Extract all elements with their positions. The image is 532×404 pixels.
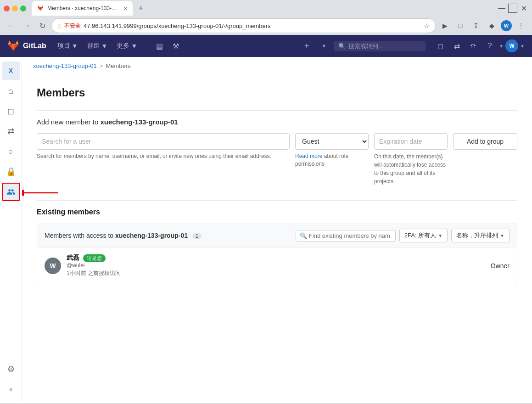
gitlab-tab-icon [37, 5, 44, 11]
menu-dots-icon[interactable]: ⋮ [515, 19, 527, 32]
sidebar-item-settings[interactable]: ⚙ [2, 360, 20, 378]
members-group-name: xuecheng-133-group-01 [115, 232, 188, 239]
sidebar-item-issues[interactable]: ○ [2, 142, 20, 161]
member-avatar: W [45, 258, 61, 274]
topnav-avatar-dropdown[interactable]: ▼ [520, 44, 525, 49]
minimize-btn[interactable] [12, 6, 18, 11]
user-search-input[interactable] [37, 133, 290, 150]
breadcrumb-group-link[interactable]: xuecheng-133-group-01 [33, 62, 97, 69]
expiry-column: On this date, the member(s) will automat… [374, 133, 448, 185]
2fa-dropdown-arrow: ▼ [438, 233, 442, 238]
sidebar-item-home[interactable]: ⌂ [2, 82, 20, 100]
forward-button[interactable]: → [20, 19, 33, 32]
active-tab[interactable]: Members · xuecheng-133-gro... ✕ [32, 1, 133, 16]
2fa-filter-label: 2FA: 所有人 [404, 231, 436, 240]
topnav-groups[interactable]: 群组 ▼ [84, 39, 112, 53]
topnav-activity-icon[interactable]: ⛭ [466, 39, 481, 53]
members-search-icon: 🔍 [300, 232, 307, 239]
search-help-text: Search for members by name, username, or… [37, 152, 290, 160]
add-member-group-name: xuecheng-133-group-01 [100, 118, 178, 126]
sidebar-item-members[interactable] [2, 183, 20, 201]
sidebar-item-merge[interactable]: ⇄ [2, 122, 20, 140]
existing-section-divider [37, 200, 517, 201]
cast-icon[interactable]: □ [454, 19, 467, 32]
tab-label: Members · xuecheng-133-gro... [47, 5, 120, 11]
close-window-btn[interactable]: ✕ [519, 4, 528, 13]
members-search-input[interactable] [309, 232, 392, 239]
breadcrumb-current: Members [106, 62, 130, 69]
sidebar-item-x[interactable]: X [2, 62, 20, 80]
existing-members-title: Existing members [37, 208, 517, 216]
sort-label: 名称，升序排列 [456, 231, 498, 240]
breadcrumb-separator: > [100, 62, 103, 69]
member-meta: 1小时前 之前授权访问 [67, 269, 491, 277]
section-divider [37, 110, 517, 111]
sidebar-collapse-btn[interactable]: « [2, 380, 20, 398]
download-icon[interactable]: ↧ [470, 19, 482, 32]
puzzle-icon[interactable]: ◆ [485, 19, 498, 32]
minimize-window-btn[interactable]: — [497, 4, 506, 13]
close-btn[interactable] [4, 6, 10, 11]
topnav-plus-dropdown[interactable]: ▼ [321, 43, 326, 49]
member-info: 武磊 这是您 @wulei 1小时前 之前授权访问 [67, 254, 491, 277]
add-button-column: Add to group [453, 133, 517, 150]
page-content: Members Add new member to xuecheng-133-g… [22, 75, 532, 295]
topnav-projects[interactable]: 项目 ▼ [54, 39, 82, 53]
add-member-form: Search for members by name, username, or… [37, 133, 517, 185]
members-count-badge: 1 [192, 233, 202, 239]
page-title: Members [37, 86, 517, 99]
url-display: 47.96.143.141:9999/groups/xuecheng-133-g… [84, 22, 421, 29]
topnav-chart-icon[interactable]: ▤ [152, 39, 167, 53]
sidebar-item-activity[interactable]: ◻ [2, 102, 20, 120]
gitlab-logo-icon [7, 40, 19, 51]
topnav-wrench-icon[interactable]: ⚒ [168, 39, 183, 53]
topnav-help-icon[interactable]: ? [482, 39, 497, 53]
content-area: xuecheng-133-group-01 > Members Members … [22, 57, 532, 403]
role-help-text: Read more about role permissions [295, 152, 369, 168]
expiration-input[interactable] [374, 133, 448, 150]
expiry-info-text: On this date, the member(s) will automat… [374, 152, 448, 185]
search-input[interactable] [348, 43, 413, 50]
member-name: 武磊 这是您 [67, 254, 491, 262]
topnav-more[interactable]: 更多 ▼ [113, 39, 141, 53]
refresh-button[interactable]: ↻ [36, 19, 49, 32]
role-column: Guest Reporter Developer Maintainer Owne… [295, 133, 369, 168]
topnav-search[interactable]: 🔍 [334, 41, 426, 51]
topnav-help-dropdown[interactable]: ▼ [499, 44, 504, 49]
topnav-plus-icon[interactable]: + [299, 39, 314, 53]
members-filter: 🔍 2FA: 所有人 ▼ 名称，升序排列 ▼ [296, 229, 510, 242]
add-member-section: Add new member to xuecheng-133-group-01 … [37, 118, 517, 185]
breadcrumb: xuecheng-133-group-01 > Members [22, 57, 532, 75]
member-role: Owner [491, 262, 510, 269]
sort-dropdown[interactable]: 名称，升序排列 ▼ [451, 229, 510, 242]
tab-close-icon[interactable]: ✕ [123, 6, 127, 11]
chrome-profile-avatar[interactable]: W [501, 20, 512, 31]
add-member-title: Add new member to xuecheng-133-group-01 [37, 118, 517, 126]
bookmark-icon[interactable]: ☆ [424, 22, 430, 29]
table-row: W 武磊 这是您 @wulei 1小时前 之前授权访问 Owner [37, 247, 517, 284]
members-access-label: Members with access to xuecheng-133-grou… [45, 232, 290, 239]
lock-icon: △ [57, 22, 62, 29]
maximize-btn[interactable] [20, 6, 26, 11]
2fa-filter-dropdown[interactable]: 2FA: 所有人 ▼ [399, 229, 448, 242]
members-table-header: Members with access to xuecheng-133-grou… [37, 224, 517, 247]
user-avatar[interactable]: W [505, 39, 518, 52]
search-column: Search for members by name, username, or… [37, 133, 290, 160]
gitlab-logo-text: GitLab [23, 42, 46, 50]
address-bar[interactable]: △ 不安全 47.96.143.141:9999/groups/xuecheng… [51, 18, 436, 33]
member-you-badge: 这是您 [83, 254, 106, 262]
existing-members-section: Existing members Members with access to … [37, 208, 517, 284]
sidebar-item-security[interactable]: 🔒 [2, 163, 20, 181]
topnav: GitLab 项目 ▼ 群组 ▼ 更多 ▼ ▤ ⚒ + ▼ 🔍 [0, 35, 532, 57]
new-tab-button[interactable]: + [134, 2, 147, 15]
extensions-icon[interactable]: ▶ [438, 19, 451, 32]
maximize-window-btn[interactable] [508, 4, 517, 13]
back-button[interactable]: ← [5, 19, 17, 32]
topnav-screen-icon[interactable]: ◻ [433, 39, 448, 53]
add-to-group-button[interactable]: Add to group [453, 133, 517, 150]
read-more-link[interactable]: Read more [295, 153, 322, 159]
topnav-merge-icon[interactable]: ⇄ [449, 39, 464, 53]
gitlab-logo[interactable]: GitLab [7, 40, 46, 51]
members-search-box[interactable]: 🔍 [296, 230, 396, 241]
role-select[interactable]: Guest Reporter Developer Maintainer Owne… [295, 133, 369, 150]
